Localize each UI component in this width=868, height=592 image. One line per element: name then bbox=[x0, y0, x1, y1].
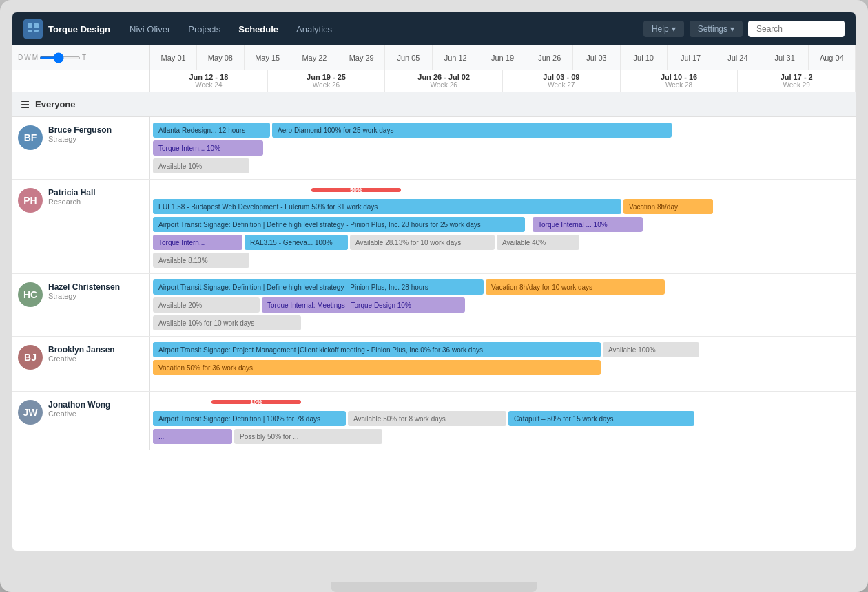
gantt-bar: Available 100% bbox=[603, 342, 699, 357]
week-cells: Jun 12 - 18 Week 24 Jun 19 - 25 Week 26 … bbox=[150, 70, 856, 92]
week-cell: Jun 19 - 25 Week 26 bbox=[268, 70, 386, 92]
gantt-bar[interactable]: Vacation 50% for 36 work days bbox=[153, 360, 601, 375]
timeline-date-header: DWM T May 01 May 08 May 15 May 22 May 29… bbox=[12, 45, 856, 70]
help-button[interactable]: Help ▾ bbox=[643, 21, 684, 37]
person-details: Jonathon Wong Creative bbox=[48, 400, 144, 418]
company-name: Torque Design bbox=[48, 24, 110, 34]
gantt-row: Airport Transit Signage: Definition | 10… bbox=[153, 411, 853, 426]
gantt-row: Vacation 50% for 36 work days bbox=[153, 360, 853, 375]
gantt-bar[interactable]: Torque Internal: Meetings - Torque Desig… bbox=[262, 297, 465, 313]
timeline-label-column: DWM T bbox=[12, 45, 150, 70]
date-cell: May 01 bbox=[150, 45, 197, 70]
nav-analytics[interactable]: Analytics bbox=[288, 20, 340, 39]
nav-right: Help ▾ Settings ▾ bbox=[643, 21, 845, 37]
week-cell: Jul 10 - 16 Week 28 bbox=[621, 70, 738, 92]
person-timeline-jonathon: 10% Airport Transit Signage: Definition … bbox=[150, 392, 856, 450]
gantt-bar: Available 28.13% for 10 work days bbox=[350, 235, 495, 250]
person-role: Creative bbox=[48, 355, 144, 363]
nav-logo[interactable]: Torque Design bbox=[23, 19, 110, 39]
gantt-row: Available 8.13% bbox=[153, 253, 853, 268]
gantt-bar[interactable]: Torque Intern... bbox=[153, 235, 242, 250]
person-name: Patricia Hall bbox=[48, 188, 144, 198]
gantt-bar[interactable]: FUL1.58 - Budapest Web Development - Ful… bbox=[153, 199, 621, 214]
date-cell: Jun 26 bbox=[526, 45, 573, 70]
week-cell: Jun 12 - 18 Week 24 bbox=[150, 70, 268, 92]
schedule-body: BF Bruce Ferguson Strategy Atlanta Redes… bbox=[12, 117, 856, 551]
settings-button[interactable]: Settings ▾ bbox=[690, 21, 743, 37]
gantt-bar[interactable]: ... bbox=[153, 429, 232, 444]
zoom-control[interactable]: DWM T bbox=[18, 54, 86, 61]
gantt-bar[interactable]: Atlanta Redesign... 12 hours bbox=[153, 123, 270, 138]
table-row: HC Hazel Christensen Strategy Airport Tr… bbox=[12, 274, 856, 337]
chevron-down-icon: ▾ bbox=[672, 24, 676, 34]
nav-links: Nivi Oliver Projects Schedule Analytics bbox=[121, 20, 643, 39]
gantt-row: Airport Transit Signage: Definition | De… bbox=[153, 217, 853, 232]
gantt-row: Available 10% for 10 work days bbox=[153, 315, 853, 330]
gantt-bar[interactable]: Airport Transit Signage: Definition | 10… bbox=[153, 411, 346, 426]
gantt-bar: Available 20% bbox=[153, 297, 260, 313]
gantt-row: Torque Intern... RAL3.15 - Geneva... 100… bbox=[153, 235, 853, 250]
overload-label: 50% bbox=[350, 187, 362, 193]
person-details: Brooklyn Jansen Creative bbox=[48, 345, 144, 363]
gantt-bar[interactable]: Vacation 8h/day bbox=[623, 199, 713, 214]
chevron-down-icon: ▾ bbox=[730, 24, 734, 34]
svg-rect-1 bbox=[34, 23, 39, 28]
everyone-row[interactable]: ☰ Everyone bbox=[12, 92, 856, 117]
timeline-dates: May 01 May 08 May 15 May 22 May 29 Jun 0… bbox=[150, 45, 856, 70]
gantt-bar[interactable]: Vacation 8h/day for 10 work days bbox=[486, 279, 665, 295]
gantt-bar: Available 40% bbox=[497, 235, 579, 250]
gantt-bar[interactable]: Airport Transit Signage: Project Managem… bbox=[153, 342, 601, 357]
table-row: JW Jonathon Wong Creative 10% Airport Tr bbox=[12, 392, 856, 450]
person-name: Brooklyn Jansen bbox=[48, 345, 144, 355]
person-timeline-brooklyn: Airport Transit Signage: Project Managem… bbox=[150, 337, 856, 391]
gantt-bar[interactable]: Airport Transit Signage: Definition | De… bbox=[153, 217, 525, 232]
gantt-row: Airport Transit Signage: Definition | De… bbox=[153, 279, 853, 295]
date-cell: Jul 10 bbox=[621, 45, 668, 70]
logo-icon bbox=[23, 19, 43, 39]
person-timeline-hazel: Airport Transit Signage: Definition | De… bbox=[150, 274, 856, 336]
person-info-patricia: PH Patricia Hall Research bbox=[12, 180, 150, 273]
overload-label: 10% bbox=[250, 399, 262, 405]
gantt-bar[interactable]: Torque Intern... 10% bbox=[153, 140, 263, 156]
table-row: PH Patricia Hall Research 50% FUL1.58 - bbox=[12, 180, 856, 274]
svg-rect-3 bbox=[34, 30, 39, 32]
everyone-label: Everyone bbox=[35, 99, 76, 109]
avatar: BF bbox=[18, 125, 43, 150]
gantt-bar[interactable]: Catapult – 50% for 15 work days bbox=[508, 411, 694, 426]
week-cell: Jun 26 - Jul 02 Week 26 bbox=[385, 70, 503, 92]
week-cell: Jul 03 - 09 Week 27 bbox=[503, 70, 621, 92]
person-role: Strategy bbox=[48, 292, 144, 300]
gantt-bar: Available 10% for 10 work days bbox=[153, 315, 301, 330]
nav-schedule[interactable]: Schedule bbox=[230, 20, 287, 39]
date-cell: May 29 bbox=[338, 45, 385, 70]
gantt-bar[interactable]: Aero Diamond 100% for 25 work days bbox=[272, 123, 672, 138]
date-cell: Jun 12 bbox=[433, 45, 479, 70]
nav-projects[interactable]: Projects bbox=[180, 20, 229, 39]
gantt-bar[interactable]: Airport Transit Signage: Definition | De… bbox=[153, 279, 484, 295]
date-cell: Jun 05 bbox=[385, 45, 432, 70]
table-row: BJ Brooklyn Jansen Creative Airport Tran… bbox=[12, 337, 856, 392]
gantt-bar[interactable]: RAL3.15 - Geneva... 100% bbox=[245, 235, 348, 250]
week-label-column bbox=[12, 70, 150, 92]
person-timeline-bruce: Atlanta Redesign... 12 hours Aero Diamon… bbox=[150, 117, 856, 179]
date-cell: Jul 24 bbox=[714, 45, 761, 70]
date-cell: Jul 31 bbox=[761, 45, 808, 70]
hamburger-icon[interactable]: ☰ bbox=[21, 99, 30, 110]
search-input[interactable] bbox=[748, 21, 845, 37]
gantt-bar[interactable]: Torque Internal ... 10% bbox=[533, 217, 643, 232]
person-role: Research bbox=[48, 198, 144, 206]
gantt-row: Atlanta Redesign... 12 hours Aero Diamon… bbox=[153, 123, 853, 138]
person-name: Jonathon Wong bbox=[48, 400, 144, 410]
person-info-brooklyn: BJ Brooklyn Jansen Creative bbox=[12, 337, 150, 391]
person-info-jonathon: JW Jonathon Wong Creative bbox=[12, 392, 150, 450]
date-cell: Jul 17 bbox=[668, 45, 714, 70]
laptop-base bbox=[331, 582, 537, 592]
gantt-bar: Possibly 50% for ... bbox=[234, 429, 382, 444]
person-name: Bruce Ferguson bbox=[48, 125, 144, 135]
avatar: BJ bbox=[18, 345, 43, 370]
week-cell: Jul 17 - 2 Week 29 bbox=[738, 70, 856, 92]
date-cell: Jun 19 bbox=[479, 45, 526, 70]
person-info-bruce: BF Bruce Ferguson Strategy bbox=[12, 117, 150, 179]
gantt-row: Torque Intern... 10% bbox=[153, 140, 853, 156]
nav-user[interactable]: Nivi Oliver bbox=[121, 20, 178, 39]
